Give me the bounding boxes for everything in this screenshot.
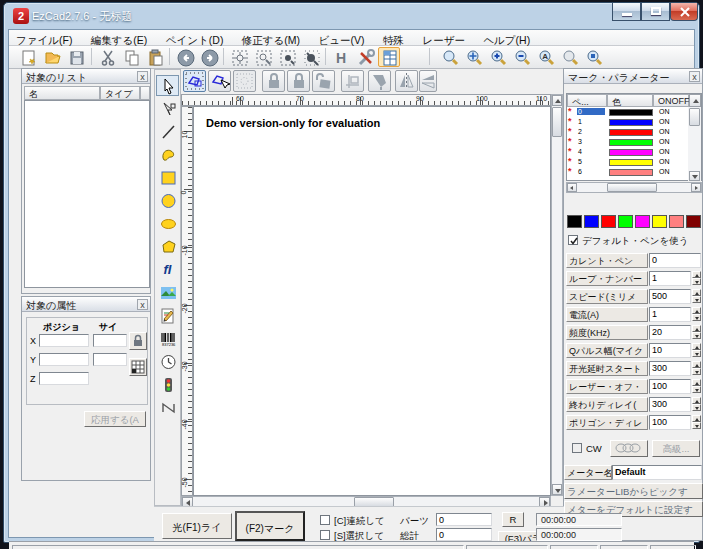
pick-object-button[interactable] — [208, 70, 231, 92]
laser-off-tc-spinner[interactable] — [692, 379, 701, 393]
pen-row-0[interactable]: * 0 ON — [567, 108, 688, 117]
zoom-object-button[interactable] — [583, 47, 605, 67]
spiral-tool[interactable] — [156, 397, 179, 418]
param-field-laser-on-tc[interactable]: 300 — [649, 361, 691, 376]
system-tools-button[interactable] — [354, 47, 376, 67]
vscroll-thumb[interactable] — [552, 107, 562, 137]
swatch-maroon[interactable] — [686, 215, 701, 228]
frequency-spinner[interactable] — [692, 325, 701, 339]
scroll-down-button[interactable] — [552, 484, 562, 495]
zoom-prev-button[interactable] — [559, 47, 581, 67]
swatch-yellow[interactable] — [652, 215, 667, 228]
pen-hscrollbar[interactable] — [566, 182, 702, 193]
redo-button[interactable] — [198, 47, 220, 67]
close-icon[interactable]: x — [689, 71, 700, 82]
dotted-tool-1-button[interactable] — [228, 47, 250, 67]
select-marked-checkbox[interactable] — [320, 530, 330, 540]
swatch-red[interactable] — [601, 215, 616, 228]
zoom-in-button[interactable] — [487, 47, 509, 67]
swatch-blue[interactable] — [584, 215, 599, 228]
swatch-green[interactable] — [618, 215, 633, 228]
dotted-tool-3-button[interactable] — [276, 47, 298, 67]
pen-scroll-left[interactable] — [567, 183, 577, 192]
size-x-field[interactable] — [93, 334, 127, 347]
color-col-header[interactable]: 色 — [607, 94, 653, 107]
pos-x-field[interactable] — [39, 334, 89, 347]
speed-spinner[interactable] — [692, 289, 701, 303]
cut-button[interactable] — [96, 47, 118, 67]
qpulse-spinner[interactable] — [692, 343, 701, 357]
lock-1-button[interactable] — [262, 70, 285, 92]
object-list-body[interactable] — [24, 100, 150, 288]
param-field-current[interactable]: 1 — [649, 307, 691, 322]
reset-count-button[interactable]: R — [502, 512, 524, 527]
node-edit-tool[interactable] — [156, 98, 179, 119]
barcode-tool[interactable]: 837236 — [156, 328, 179, 349]
param-field-speed[interactable]: 500 — [649, 289, 691, 304]
zoom-all-button[interactable]: A — [535, 47, 557, 67]
param-field-laser-off-tc[interactable]: 100 — [649, 379, 691, 394]
line-tool[interactable] — [156, 121, 179, 142]
mark-f2-button[interactable]: (F2)マーク — [235, 511, 305, 541]
pick-from-library-button[interactable]: ラメーターLIBからピックす — [564, 483, 703, 499]
zoom-pan-button[interactable] — [463, 47, 485, 67]
drawing-canvas[interactable]: Demo version-only for evaluation — [193, 106, 551, 496]
anchor-grid-button[interactable] — [129, 358, 147, 376]
param-field-end-delay[interactable]: 300 — [649, 397, 691, 412]
pen-vscroll-thumb[interactable] — [689, 108, 700, 126]
dotted-tool-2-button[interactable] — [252, 47, 274, 67]
pen-row-1[interactable]: * 1 ON — [567, 118, 688, 127]
size-y-field[interactable] — [93, 353, 127, 366]
maximize-button[interactable] — [641, 3, 670, 21]
use-default-pen-checkbox[interactable] — [568, 235, 578, 245]
pen-table[interactable]: ペ... 色 ONOFF * 0 ON * 1 ON * 2 — [566, 93, 702, 181]
pen-scroll-up[interactable] — [689, 94, 701, 107]
pen-row-2[interactable]: * 2 ON — [567, 128, 688, 137]
circle-tool[interactable] — [156, 190, 179, 211]
mirror-horizontal-button[interactable] — [419, 70, 437, 92]
pen-scroll-down[interactable] — [689, 171, 700, 181]
copy-button[interactable] — [120, 47, 142, 67]
input-output-tool[interactable] — [156, 374, 179, 395]
title-bar[interactable]: 2 EzCad2.7.6 - 无标题 — [4, 3, 699, 29]
pen-scroll-right[interactable] — [691, 183, 701, 192]
delay-tool[interactable] — [156, 351, 179, 372]
param-field-loop-number[interactable]: 1 — [649, 271, 691, 286]
param-name-field[interactable]: Default — [612, 465, 702, 480]
swatch-black[interactable] — [567, 215, 582, 228]
snap-button[interactable] — [341, 70, 364, 92]
close-icon[interactable]: x — [137, 299, 148, 310]
pen-col-header[interactable]: ペ... — [567, 94, 607, 107]
status-grid-toggle[interactable]: グリッド:オ — [550, 545, 598, 549]
mirror-vertical-button[interactable] — [395, 70, 418, 92]
param-field-qpulse[interactable]: 10 — [649, 343, 691, 358]
cw-checkbox[interactable] — [572, 443, 582, 453]
param-field-frequency[interactable]: 20 — [649, 325, 691, 340]
pen-row-4[interactable]: * 4 ON — [567, 148, 688, 157]
status-object-toggle[interactable]: 対象:OFF — [650, 545, 696, 549]
bitmap-tool[interactable] — [156, 282, 179, 303]
shear-button[interactable] — [368, 70, 391, 92]
total-field[interactable]: 0 — [436, 528, 492, 541]
paste-button[interactable] — [144, 47, 166, 67]
continuous-checkbox[interactable] — [320, 515, 330, 525]
parts-field[interactable]: 0 — [436, 513, 492, 526]
pen-row-5[interactable]: * 5 ON — [567, 158, 688, 167]
polygon-delay-spinner[interactable] — [692, 415, 701, 429]
canvas-vscrollbar[interactable] — [551, 94, 563, 496]
close-icon[interactable]: x — [137, 71, 148, 82]
end-delay-spinner[interactable] — [692, 397, 701, 411]
swatch-pink[interactable] — [669, 215, 684, 228]
advanced-button[interactable]: 高級... — [652, 440, 700, 457]
save-button[interactable] — [65, 47, 87, 67]
minimize-button[interactable] — [612, 3, 641, 21]
curve-tool[interactable] — [156, 144, 179, 165]
param-field-current-pen[interactable]: 0 — [649, 253, 701, 268]
polygon-tool[interactable] — [156, 236, 179, 257]
column-header-name[interactable]: 名 — [24, 86, 100, 100]
dotted-tool-4-button[interactable] — [300, 47, 322, 67]
pos-y-field[interactable] — [39, 353, 89, 366]
undo-button[interactable] — [174, 47, 196, 67]
pen-row-3[interactable]: * 3 ON — [567, 138, 688, 147]
select-tool[interactable] — [156, 75, 179, 96]
